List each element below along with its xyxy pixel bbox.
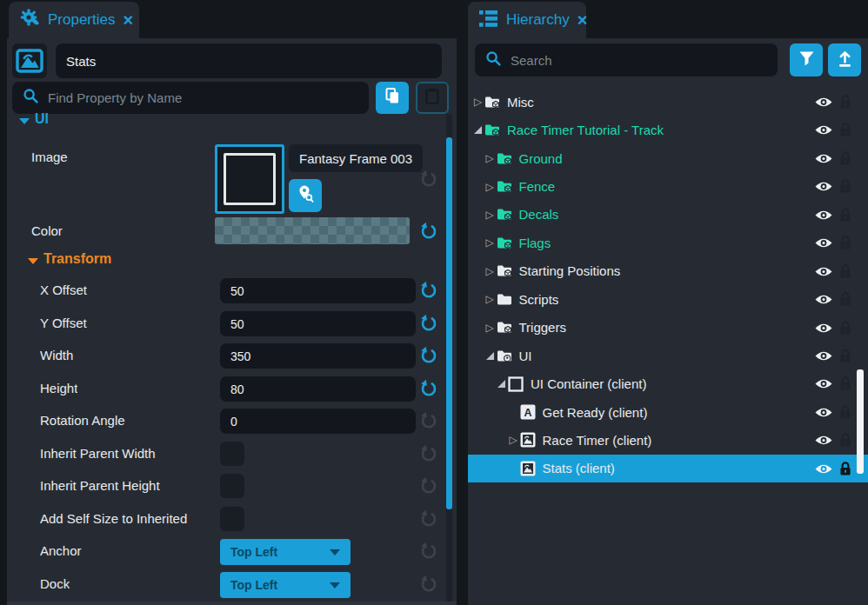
expand-arrow-icon[interactable]: ▷ bbox=[484, 182, 497, 192]
folder-cube-icon bbox=[497, 236, 519, 249]
height-reset-button[interactable] bbox=[418, 378, 439, 399]
tree-item-fence[interactable]: ▷ Fence bbox=[468, 172, 868, 200]
find-property-input[interactable]: Find Property by Name bbox=[12, 82, 369, 114]
color-swatch[interactable] bbox=[215, 217, 410, 244]
inherit-parent-height-reset-button bbox=[418, 475, 439, 496]
lock-icon[interactable] bbox=[838, 94, 852, 110]
rotation-angle-input[interactable]: 0 bbox=[220, 409, 416, 434]
visibility-eye-icon[interactable] bbox=[814, 265, 833, 278]
y-offset-reset-button[interactable] bbox=[418, 313, 439, 334]
find-asset-button[interactable] bbox=[289, 179, 322, 212]
height-input[interactable]: 80 bbox=[220, 376, 416, 402]
visibility-eye-icon[interactable] bbox=[814, 434, 833, 447]
tree-item-starting-positions[interactable]: ▷ Starting Positions bbox=[468, 257, 868, 285]
lock-icon[interactable] bbox=[838, 150, 852, 166]
inherit-parent-height-checkbox[interactable] bbox=[220, 474, 244, 498]
visibility-eye-icon[interactable] bbox=[814, 96, 833, 109]
expand-arrow-icon[interactable]: ▷ bbox=[484, 266, 497, 276]
visibility-eye-icon[interactable] bbox=[814, 293, 833, 306]
hierarchy-tree: ▷ Misc Race Timer Tutorial - Track ▷ Gro… bbox=[468, 88, 868, 482]
y-offset-input[interactable]: 50 bbox=[220, 311, 416, 336]
tree-item-misc[interactable]: ▷ Misc bbox=[468, 88, 868, 116]
hierarchy-search-input[interactable]: Search bbox=[475, 43, 778, 76]
lock-icon[interactable] bbox=[838, 376, 852, 391]
expand-arrow-icon[interactable]: ▷ bbox=[507, 435, 520, 445]
tree-item-triggers[interactable]: ▷ Triggers bbox=[468, 314, 868, 342]
lock-icon[interactable] bbox=[838, 291, 852, 307]
collapse-triangle bbox=[497, 380, 505, 388]
tree-item-ui[interactable]: UI bbox=[468, 342, 868, 369]
expand-arrow-icon[interactable]: ▷ bbox=[471, 96, 484, 107]
collapse-arrow-icon[interactable] bbox=[471, 126, 484, 134]
expand-arrow-icon[interactable]: ▷ bbox=[484, 153, 497, 163]
hierarchy-scrollbar-thumb[interactable] bbox=[857, 369, 864, 474]
filter-button[interactable] bbox=[790, 43, 823, 76]
visibility-eye-icon[interactable] bbox=[814, 322, 833, 335]
inherit-parent-width-row: Inherit Parent Width bbox=[7, 442, 457, 468]
hierarchy-tab-close-icon[interactable]: × bbox=[578, 11, 588, 29]
visibility-eye-icon[interactable] bbox=[814, 462, 833, 475]
image-asset-name-badge[interactable]: Fantasy Frame 003 bbox=[289, 144, 423, 172]
width-input[interactable]: 350 bbox=[220, 343, 416, 369]
visibility-eye-icon[interactable] bbox=[814, 236, 833, 249]
expand-arrow-icon[interactable]: ▷ bbox=[484, 237, 497, 248]
add-self-size-to-inherited-checkbox[interactable] bbox=[220, 507, 244, 531]
dock-dropdown[interactable]: Top Left bbox=[220, 572, 351, 598]
properties-scrollbar-thumb[interactable] bbox=[446, 137, 452, 509]
tree-item-scripts[interactable]: ▷ Scripts bbox=[468, 285, 868, 313]
collapse-arrow-icon[interactable] bbox=[495, 380, 508, 388]
hierarchy-search-placeholder: Search bbox=[511, 53, 552, 68]
export-button[interactable] bbox=[828, 43, 861, 76]
visibility-eye-icon[interactable] bbox=[814, 349, 833, 362]
tree-item-flags[interactable]: ▷ Flags bbox=[468, 229, 868, 256]
inherit-parent-height-row: Inherit Parent Height bbox=[7, 474, 457, 500]
rotation-angle-label: Rotation Angle bbox=[40, 413, 125, 428]
visibility-eye-icon[interactable] bbox=[814, 152, 833, 165]
lock-icon[interactable] bbox=[838, 263, 852, 279]
tree-item-race-timer-client[interactable]: ▷ Race Timer (client) bbox=[468, 426, 868, 454]
visibility-eye-icon[interactable] bbox=[814, 406, 833, 419]
tree-item-stats-client[interactable]: Stats (client) bbox=[468, 455, 868, 482]
tree-item-decals[interactable]: ▷ Decals bbox=[468, 201, 868, 229]
expand-arrow-icon[interactable]: ▷ bbox=[484, 294, 497, 304]
tree-item-get-ready-client[interactable]: AGet Ready (client) bbox=[468, 398, 868, 426]
lock-icon[interactable] bbox=[838, 461, 852, 476]
lock-icon[interactable] bbox=[838, 122, 852, 137]
lock-icon[interactable] bbox=[838, 404, 852, 420]
x-offset-reset-button[interactable] bbox=[418, 280, 439, 301]
visibility-eye-icon[interactable] bbox=[814, 209, 833, 222]
properties-tab[interactable]: Properties × bbox=[9, 2, 139, 38]
copy-properties-button[interactable] bbox=[376, 82, 409, 114]
lock-icon[interactable] bbox=[838, 432, 852, 448]
transform-section-collapse-icon[interactable] bbox=[28, 258, 38, 264]
ui-section-collapse-icon[interactable] bbox=[19, 118, 30, 124]
visibility-eye-icon[interactable] bbox=[814, 377, 833, 390]
visibility-eye-icon[interactable] bbox=[814, 123, 833, 136]
tree-item-race-timer-tutorial-track[interactable]: Race Timer Tutorial - Track bbox=[468, 116, 868, 143]
collapse-arrow-icon[interactable] bbox=[484, 352, 497, 360]
width-reset-button[interactable] bbox=[418, 345, 439, 366]
expand-triangle: ▷ bbox=[485, 322, 493, 333]
lock-icon[interactable] bbox=[838, 178, 852, 194]
text-icon: A bbox=[520, 404, 543, 420]
lock-icon[interactable] bbox=[838, 207, 852, 223]
tree-item-ui-container-client[interactable]: UI Container (client) bbox=[468, 369, 868, 397]
inherit-parent-width-checkbox[interactable] bbox=[220, 442, 244, 466]
expand-arrow-icon[interactable]: ▷ bbox=[484, 322, 497, 333]
lock-icon[interactable] bbox=[838, 320, 852, 336]
copy-icon bbox=[384, 87, 401, 109]
visibility-eye-icon[interactable] bbox=[814, 180, 833, 193]
lock-icon[interactable] bbox=[838, 348, 852, 363]
expand-arrow-icon[interactable]: ▷ bbox=[484, 209, 497, 220]
properties-tab-close-icon[interactable]: × bbox=[123, 11, 133, 29]
x-offset-input[interactable]: 50 bbox=[220, 278, 416, 303]
color-reset-button[interactable] bbox=[418, 221, 439, 242]
paste-properties-button[interactable] bbox=[416, 82, 449, 114]
hierarchy-tab[interactable]: Hierarchy × bbox=[468, 2, 586, 38]
tree-item-ground[interactable]: ▷ Ground bbox=[468, 144, 868, 172]
lock-icon[interactable] bbox=[838, 235, 852, 250]
height-value: 80 bbox=[230, 382, 244, 396]
anchor-dropdown[interactable]: Top Left bbox=[220, 539, 351, 565]
image-asset-thumbnail[interactable] bbox=[215, 144, 284, 214]
object-name-input[interactable]: Stats bbox=[56, 43, 442, 78]
